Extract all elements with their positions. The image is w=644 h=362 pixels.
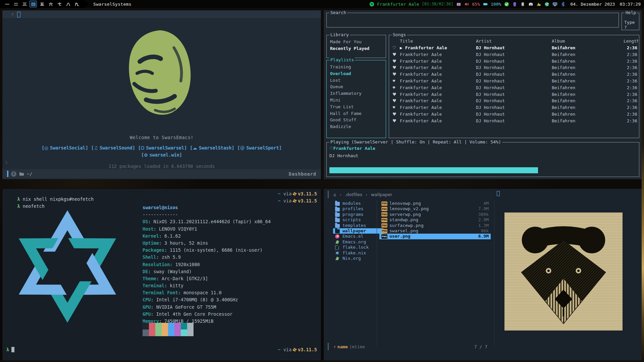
song-row[interactable]: ♥ Frankfurter Aale DJ Hornhaut Beifahren… [389, 91, 638, 98]
liked-heart-icon[interactable]: ♥ [391, 91, 400, 98]
directory-row[interactable]: templates [333, 223, 383, 228]
workspace-6[interactable] [47, 1, 54, 7]
song-row[interactable]: ♥ Frankfurter Aale DJ Hornhaut Beifahren… [389, 84, 638, 91]
workspace-2[interactable] [12, 1, 19, 7]
file-row[interactable]: PNG standwp.png 2.9M [379, 217, 491, 223]
directory-row[interactable]: Emacs.org [333, 239, 383, 245]
sort-indicator[interactable]: ↑ name |mtime [333, 344, 365, 349]
liked-heart-icon[interactable]: ♥ [391, 104, 400, 111]
workspace-1[interactable] [3, 1, 11, 7]
modeline-directory[interactable]: ~/ [27, 171, 32, 177]
bluetooth-tray-icon[interactable] [560, 1, 566, 7]
battery-level[interactable]: 100% [491, 2, 501, 7]
now-playing-track[interactable]: Frankfurter Aale [377, 2, 419, 7]
song-row[interactable]: ♥ Frankfurter Aale DJ Hornhaut Beifahren… [389, 111, 638, 118]
emacs-dashboard-window[interactable]: ┌ Welcome to SwarsEmacs! ◎SwarselSocial♫… [2, 10, 321, 179]
song-row[interactable]: ♥ Frankfurter Aale DJ Hornhaut Beifahren… [389, 58, 638, 65]
playlist-item[interactable]: True List [327, 104, 386, 110]
dashboard-link-button[interactable]: ♫SwarselSound [91, 145, 135, 150]
liked-heart-icon[interactable]: ♥ [391, 58, 400, 65]
directory-row[interactable]: programs [333, 212, 383, 217]
discord-tray-icon[interactable] [528, 1, 533, 7]
playlist-item[interactable]: Badizzle [327, 123, 386, 130]
directory-row[interactable]: scripts [333, 217, 383, 223]
song-row[interactable]: ♥ Frankfurter Aale DJ Hornhaut Beifahren… [389, 78, 638, 84]
directory-row[interactable]: flake.nix [333, 250, 383, 256]
music-player-window[interactable]: Search Help Type ? Library Made For YouR… [324, 10, 642, 179]
syncthing-tray-icon[interactable] [544, 1, 549, 7]
volume-icon[interactable] [464, 1, 470, 7]
dashboard-link-button[interactable]: @SwarselSport [237, 145, 282, 150]
segment-label[interactable]: .dotfiles [345, 192, 362, 197]
progress-track[interactable] [329, 167, 636, 173]
playlist-item[interactable]: Queue [327, 83, 386, 90]
song-row[interactable]: ♡ ▶ Frankfurter Aale DJ Hornhaut Beifahr… [389, 45, 638, 51]
directory-row[interactable]: flake.lock [333, 245, 383, 250]
breadcrumb-segment[interactable]: ›wallpaper [365, 192, 392, 197]
directory-row[interactable]: modules [333, 201, 383, 206]
playlist-item[interactable]: Mini [327, 97, 386, 104]
directory-row[interactable]: profiles [333, 206, 383, 212]
playlist-item[interactable]: Overload [327, 70, 386, 77]
workspace-7[interactable] [56, 1, 63, 7]
file-row[interactable]: PNG swarsel.png 86k [379, 228, 491, 234]
playlist-item[interactable]: Hall of Fame [327, 110, 386, 117]
kitty-terminal-window[interactable]: λ nix shell nixpkgs#neofetch ~ viav3.11.… [2, 189, 321, 360]
liked-heart-icon[interactable]: ♥ [391, 71, 400, 78]
breadcrumb-segment[interactable]: ›.dotfiles [339, 192, 362, 197]
checkmark-tray-icon[interactable] [504, 1, 509, 7]
directory-row[interactable]: wallpaper [333, 228, 383, 234]
workspace-8[interactable] [64, 1, 72, 7]
album-column-header[interactable]: Album [552, 38, 624, 45]
file-row[interactable]: PNG user.png 6.9M [379, 234, 491, 239]
password-manager-tray-icon[interactable] [512, 1, 517, 7]
file-row[interactable]: PNG lenovowp.png 4M [379, 201, 491, 206]
search-box[interactable]: Search [326, 13, 619, 27]
song-row[interactable]: ♥ Frankfurter Aale DJ Hornhaut Beifahren… [389, 98, 638, 104]
segment-label[interactable]: ⌂ [333, 192, 336, 197]
length-column-header[interactable]: Length [624, 38, 638, 45]
workspace-9[interactable] [73, 1, 80, 7]
file-manager-window[interactable]: ⌂›.dotfiles›wallpaper modules profiles p… [324, 189, 642, 360]
input-method-icon[interactable] [456, 1, 462, 7]
dashboard-link-button[interactable]: ☁SwarselStash [190, 145, 234, 150]
dashboard-link-button[interactable]: ΩSwarselSwarsel [138, 145, 187, 150]
song-row[interactable]: ♥ Frankfurter Aale DJ Hornhaut Beifahren… [389, 104, 638, 111]
workspace-3[interactable] [21, 1, 28, 7]
directory-row[interactable]: Nix.org [333, 256, 383, 261]
title-column-header[interactable]: Title [400, 38, 476, 45]
playlist-item[interactable]: Lost [327, 77, 386, 84]
liked-heart-icon[interactable]: ♥ [391, 84, 400, 91]
liked-heart-icon[interactable]: ♥ [391, 111, 400, 118]
segment-label[interactable]: wallpaper [371, 192, 392, 197]
playlist-item[interactable]: Training [327, 64, 386, 70]
liked-heart-icon[interactable]: ♡ [329, 146, 333, 151]
date-display[interactable]: 04. Dezember 2023 [570, 2, 615, 7]
song-row[interactable]: ♥ Frankfurter Aale DJ Hornhaut Beifahren… [389, 64, 638, 71]
song-row[interactable]: ♥ Frankfurter Aale DJ Hornhaut Beifahren… [389, 118, 638, 124]
directory-row[interactable]: Emacs.el [333, 234, 383, 239]
games-tray-icon[interactable] [536, 1, 541, 7]
song-row[interactable]: ♥ Frankfurter Aale DJ Hornhaut Beifahren… [389, 51, 638, 58]
playlist-item[interactable]: Inflammatory [327, 90, 386, 97]
workspace-4-active[interactable] [30, 1, 37, 7]
display-tray-icon[interactable] [552, 1, 557, 7]
playlist-item[interactable]: Good Stuff [327, 117, 386, 123]
library-item[interactable]: Recently Played [327, 45, 386, 52]
breadcrumb-segment[interactable]: ⌂ [333, 192, 336, 197]
swarsel-win-button[interactable]: ✿swarsel.win [141, 152, 182, 158]
kdeconnect-tray-icon[interactable] [520, 1, 525, 7]
spotify-icon[interactable] [369, 1, 374, 7]
song-row[interactable]: ♥ Frankfurter Aale DJ Hornhaut Beifahren… [389, 71, 638, 78]
volume-level[interactable]: 65% [472, 2, 480, 7]
file-row[interactable]: PNG surfacewp.png 1.3M [379, 223, 491, 228]
file-row[interactable]: PNG lenovowp_v2.png 7.9M [379, 206, 491, 212]
liked-heart-icon[interactable]: ♥ [391, 64, 400, 71]
liked-heart-icon[interactable]: ♡ [391, 45, 400, 51]
file-row[interactable]: PNG serverwp.png 389k [379, 212, 491, 217]
clock-display[interactable]: 03:37:29 [620, 2, 641, 7]
liked-heart-icon[interactable]: ♥ [391, 98, 400, 104]
library-item[interactable]: Made For You [327, 39, 386, 45]
artist-column-header[interactable]: Artist [476, 38, 552, 45]
major-mode-label[interactable]: Dashboard [289, 171, 316, 177]
